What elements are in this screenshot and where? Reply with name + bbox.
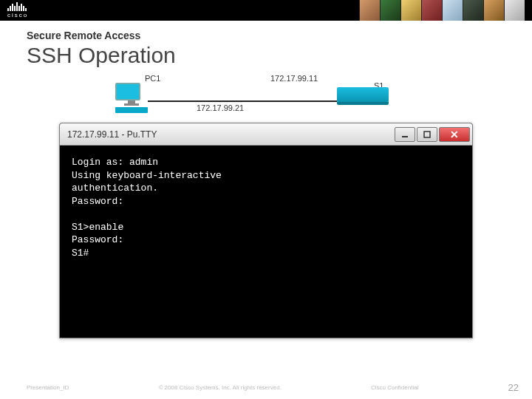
switch-icon: [337, 87, 389, 102]
slide-content: Secure Remote Access SSH Operation PC1 1…: [0, 21, 532, 338]
maximize-icon: [423, 131, 431, 138]
minimize-button[interactable]: [395, 127, 415, 142]
close-button[interactable]: ✕: [439, 127, 470, 142]
cisco-bars-icon: [7, 2, 28, 11]
switch-ip-label: 172.17.99.11: [270, 74, 318, 83]
slide-footer: Presentation_ID © 2008 Cisco Systems, In…: [0, 382, 532, 393]
maximize-button[interactable]: [417, 127, 437, 142]
terminal-output[interactable]: Login as: admin Using keyboard-interacti…: [60, 146, 472, 338]
svg-rect-1: [424, 132, 430, 137]
cisco-logo: cisco: [7, 2, 28, 18]
pretitle: Secure Remote Access: [27, 30, 505, 41]
header-bar: cisco: [0, 0, 532, 21]
cisco-logo-text: cisco: [7, 13, 28, 18]
footer-left: Presentation_ID: [27, 384, 69, 391]
minimize-icon: [401, 131, 409, 138]
window-titlebar[interactable]: 172.17.99.11 - Pu.TTY ✕: [60, 123, 472, 146]
photo-strip: [359, 0, 525, 21]
window-title: 172.17.99.11 - Pu.TTY: [67, 129, 157, 140]
close-icon: ✕: [450, 129, 459, 140]
pc-icon: [115, 83, 148, 113]
slide-title: SSH Operation: [27, 43, 505, 68]
pc-ip-label: 172.17.99.21: [197, 103, 244, 112]
footer-center: © 2008 Cisco Systems, Inc. All rights re…: [158, 384, 281, 391]
window-buttons: ✕: [395, 127, 472, 142]
putty-window: 172.17.99.11 - Pu.TTY ✕ Login as: admin …: [59, 123, 473, 338]
pc-label: PC1: [145, 74, 160, 83]
network-diagram: PC1 172.17.99.11 172.17.99.21 S1: [115, 74, 470, 118]
wire-icon: [148, 100, 337, 102]
page-number: 22: [508, 382, 519, 393]
footer-right: Cisco Confidential: [371, 384, 418, 391]
